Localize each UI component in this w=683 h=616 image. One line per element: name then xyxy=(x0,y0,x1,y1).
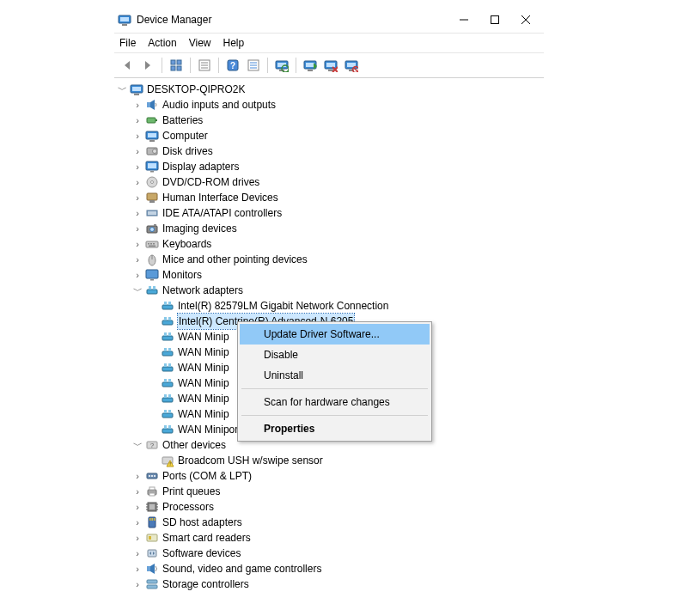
tree-category[interactable]: ›Smart card readers xyxy=(116,530,542,546)
cpu-icon xyxy=(145,500,159,514)
context-menu-item[interactable]: Update Driver Software... xyxy=(240,324,430,345)
window-title: Device Manager xyxy=(137,14,458,26)
expand-toggle[interactable]: › xyxy=(131,547,143,559)
tree-device[interactable]: Intel(R) 82579LM Gigabit Network Connect… xyxy=(116,298,542,314)
menu-help[interactable]: Help xyxy=(223,37,245,49)
toolbar-separator xyxy=(218,58,219,73)
tree-category[interactable]: ›DVD/CD-ROM drives xyxy=(116,174,542,190)
sound-icon xyxy=(145,562,159,576)
expand-toggle[interactable]: › xyxy=(131,501,143,513)
other-icon xyxy=(145,438,159,452)
expand-toggle[interactable]: › xyxy=(131,485,143,497)
tree-category[interactable]: ›Processors xyxy=(116,499,542,515)
close-button[interactable] xyxy=(520,14,532,26)
tree-device-label: WAN Minip xyxy=(178,391,229,406)
tree-device-label: WAN Minip xyxy=(178,375,229,391)
tree-category[interactable]: ›Sound, video and game controllers xyxy=(116,561,542,576)
imaging-icon xyxy=(145,222,159,235)
tree-category[interactable]: ›SD host adapters xyxy=(116,515,542,530)
expand-toggle[interactable]: ﹀ xyxy=(116,83,128,95)
tree-root-label: DESKTOP-QIPRO2K xyxy=(147,82,245,97)
expand-toggle[interactable]: › xyxy=(131,176,143,188)
expand-toggle[interactable]: › xyxy=(131,253,143,265)
tree-category[interactable]: ›IDE ATA/ATAPI controllers xyxy=(116,205,542,221)
menu-action[interactable]: Action xyxy=(148,37,176,49)
tree-category[interactable]: ﹀Network adapters xyxy=(116,283,542,298)
expand-toggle[interactable]: › xyxy=(131,532,143,544)
tree-category[interactable]: ›Software devices xyxy=(116,546,542,561)
context-menu-item[interactable]: Properties xyxy=(240,418,430,439)
tree-category-label: Computer xyxy=(162,128,208,143)
tree-category[interactable]: ›Monitors xyxy=(116,267,542,283)
menu-view[interactable]: View xyxy=(189,37,211,49)
tree-category[interactable]: ›Imaging devices xyxy=(116,221,542,236)
expand-toggle[interactable]: › xyxy=(131,145,143,157)
maximize-button[interactable] xyxy=(489,14,501,26)
tree-category-label: Monitors xyxy=(162,267,202,283)
tree-category[interactable]: ›Print queues xyxy=(116,484,542,499)
tree-category[interactable]: ›Mice and other pointing devices xyxy=(116,252,542,267)
expand-toggle[interactable]: › xyxy=(131,192,143,204)
tree-category[interactable]: ›Audio inputs and outputs xyxy=(116,97,542,113)
network-icon xyxy=(161,345,174,359)
context-menu-item[interactable]: Scan for hardware changes xyxy=(240,392,430,412)
uninstall-button[interactable] xyxy=(321,56,340,75)
tree-device-label: WAN Minip xyxy=(178,406,229,422)
tree-category-label: Keyboards xyxy=(162,236,211,252)
tree-root[interactable]: ﹀DESKTOP-QIPRO2K xyxy=(116,82,542,97)
context-menu-item[interactable]: Disable xyxy=(240,345,430,365)
computer-icon xyxy=(130,82,143,96)
tree-device[interactable]: Broadcom USH w/swipe sensor xyxy=(116,453,542,468)
tree-category[interactable]: ›Storage controllers xyxy=(116,576,542,592)
tree-category-label: Imaging devices xyxy=(162,221,237,236)
scan-hardware-button[interactable] xyxy=(272,56,291,75)
network-icon xyxy=(161,299,174,313)
help-button[interactable] xyxy=(223,56,242,75)
tree-category[interactable]: ›Keyboards xyxy=(116,236,542,252)
expand-toggle[interactable]: › xyxy=(131,161,143,173)
expand-toggle[interactable]: › xyxy=(131,130,143,142)
tree-category[interactable]: ›Ports (COM & LPT) xyxy=(116,468,542,484)
network-icon xyxy=(161,314,174,328)
tree-category[interactable]: ›Human Interface Devices xyxy=(116,190,542,205)
computer-icon xyxy=(145,129,159,143)
expand-toggle[interactable]: › xyxy=(131,269,143,281)
toolbar xyxy=(114,53,544,78)
network-icon xyxy=(161,376,174,390)
toolbar-separator xyxy=(190,58,191,73)
tree-category[interactable]: ›Disk drives xyxy=(116,143,542,159)
disable-button[interactable] xyxy=(342,56,361,75)
keyboard-icon xyxy=(145,237,159,251)
context-menu-item[interactable]: Uninstall xyxy=(240,365,430,386)
tree-category-label: Smart card readers xyxy=(162,530,251,546)
expand-toggle[interactable]: › xyxy=(131,99,143,111)
expand-toggle[interactable]: › xyxy=(131,516,143,528)
tree-device-label: Broadcom USH w/swipe sensor xyxy=(178,453,323,468)
tree-category[interactable]: ›Batteries xyxy=(116,113,542,128)
back-button[interactable] xyxy=(118,56,137,75)
ide-icon xyxy=(145,206,159,220)
software-icon xyxy=(145,546,159,560)
expand-toggle[interactable]: › xyxy=(131,223,143,235)
minimize-button[interactable] xyxy=(458,14,470,26)
expand-toggle[interactable]: › xyxy=(131,207,143,219)
expand-toggle[interactable]: › xyxy=(131,578,143,590)
forward-button[interactable] xyxy=(138,56,157,75)
tree-category-label: Display adapters xyxy=(162,159,239,174)
tree-category-label: Network adapters xyxy=(162,283,243,298)
expand-toggle[interactable]: ﹀ xyxy=(131,284,143,296)
expand-toggle[interactable]: › xyxy=(131,114,143,126)
expand-toggle[interactable]: › xyxy=(131,470,143,482)
properties-button[interactable] xyxy=(195,56,214,75)
tree-category[interactable]: ›Computer xyxy=(116,128,542,143)
update-driver-button[interactable] xyxy=(301,56,320,75)
tree-category[interactable]: ›Display adapters xyxy=(116,159,542,174)
context-menu: Update Driver Software...DisableUninstal… xyxy=(237,321,432,442)
expand-toggle[interactable]: › xyxy=(131,563,143,575)
network-icon xyxy=(161,407,174,421)
action-list-button[interactable] xyxy=(244,56,263,75)
show-hide-console-button[interactable] xyxy=(167,56,186,75)
menu-file[interactable]: File xyxy=(119,37,136,49)
expand-toggle[interactable]: › xyxy=(131,238,143,250)
expand-toggle[interactable]: ﹀ xyxy=(131,439,143,451)
